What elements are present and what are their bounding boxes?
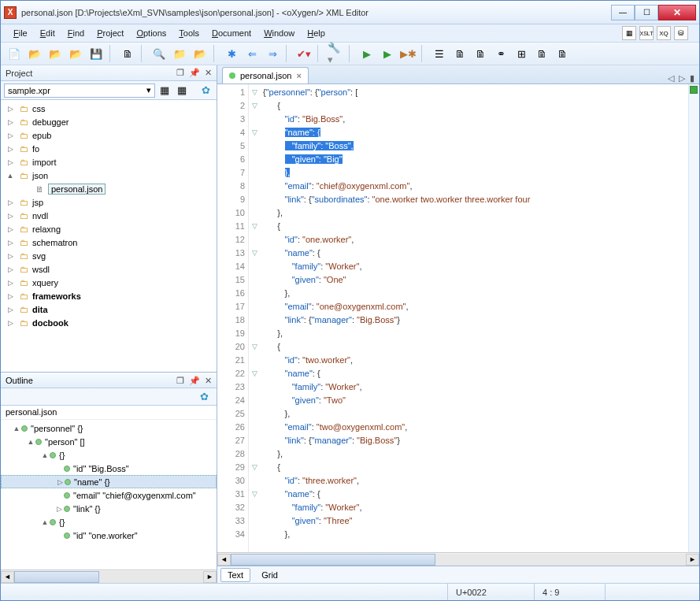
tree-item[interactable]: ▷🗀nvdl xyxy=(1,209,217,222)
xslt-icon[interactable]: XSLT xyxy=(639,26,654,40)
maximize-button[interactable]: ☐ xyxy=(635,5,658,20)
menu-edit[interactable]: Edit xyxy=(34,26,61,40)
outline-item[interactable]: ▷"link" {} xyxy=(1,502,217,515)
tab-list-icon[interactable]: ▮ xyxy=(690,73,694,83)
project-tree[interactable]: ▷🗀css▷🗀debugger▷🗀epub▷🗀fo▷🗀import▲🗀json🗎… xyxy=(1,100,217,373)
outline-panel-header: Outline ❐ 📌 ✕ xyxy=(1,373,217,388)
tab-next-icon[interactable]: ▷ xyxy=(679,73,685,83)
doc3-icon[interactable]: 🗎 xyxy=(533,45,550,62)
doc2-icon[interactable]: 🗎 xyxy=(472,45,489,62)
link-icon[interactable]: ⚭ xyxy=(492,45,509,62)
minimize-button[interactable]: — xyxy=(611,5,635,20)
outline-item[interactable]: "id" "Big.Boss" xyxy=(1,462,217,475)
outline-item[interactable]: ▲{} xyxy=(1,515,217,529)
tree-item[interactable]: ▲🗀json xyxy=(1,169,217,182)
menu-window[interactable]: Window xyxy=(257,26,301,40)
outline-item[interactable]: ▲"personnel" {} xyxy=(1,421,217,435)
open3-icon[interactable]: 📂 xyxy=(67,45,84,62)
run-icon[interactable]: ▶ xyxy=(358,45,376,62)
find-icon[interactable]: 📁 xyxy=(171,45,188,62)
validate-icon[interactable]: ✔▾ xyxy=(295,45,313,62)
window-title: personal.json [D:\Projects\eXml_SVN\samp… xyxy=(21,8,611,17)
tree-item[interactable]: ▷🗀jsp xyxy=(1,195,217,209)
outline-item[interactable]: "email" "chief@oxygenxml.com" xyxy=(1,488,217,502)
search-icon[interactable]: 🔍 xyxy=(150,45,168,62)
tree-item[interactable]: ▷🗀wsdl xyxy=(1,262,217,276)
menu-tools[interactable]: Tools xyxy=(172,26,206,40)
forward-icon[interactable]: ⇒ xyxy=(264,45,281,62)
insert-icon[interactable]: ✱ xyxy=(223,45,240,62)
tree-item[interactable]: ▷🗀frameworks xyxy=(1,289,217,302)
menu-project[interactable]: Project xyxy=(91,26,130,40)
open2-icon[interactable]: 📂 xyxy=(46,45,64,62)
menubar: FileEditFindProjectOptionsToolsDocumentW… xyxy=(1,24,699,42)
debug-icon[interactable]: ▶✱ xyxy=(399,45,417,62)
outline-gear-icon[interactable]: ✿ xyxy=(196,390,212,404)
outline-close-icon[interactable]: ✕ xyxy=(205,376,212,386)
editor-hscroll[interactable]: ◄► xyxy=(217,552,699,566)
tab-close-icon[interactable]: × xyxy=(296,71,301,80)
tree-item[interactable]: ▷🗀svg xyxy=(1,249,217,262)
tree-item[interactable]: ▷🗀relaxng xyxy=(1,222,217,236)
close-button[interactable]: ✕ xyxy=(658,5,696,20)
code-editor[interactable]: 1234567891011121314151617181920212223242… xyxy=(217,84,699,552)
find2-icon[interactable]: 📂 xyxy=(191,45,209,62)
tree-item[interactable]: ▷🗀fo xyxy=(1,142,217,155)
statusbar: U+0022 4 : 9 xyxy=(1,583,699,600)
menu-options[interactable]: Options xyxy=(130,26,172,40)
tree-icon[interactable]: ⊞ xyxy=(513,45,530,62)
outline-tree[interactable]: ▲"personnel" {}▲"person" []▲{}"id" "Big.… xyxy=(1,420,217,569)
tree-item[interactable]: ▷🗀dita xyxy=(1,302,217,316)
tree-item[interactable]: ▷🗀docbook xyxy=(1,316,217,329)
outline-pin-icon[interactable]: 📌 xyxy=(189,376,200,386)
project-btn2-icon[interactable]: ▦ xyxy=(174,83,190,98)
outline-item[interactable]: ▲"person" [] xyxy=(1,435,217,448)
perspective-icon[interactable]: ▦ xyxy=(622,26,636,40)
project-file-name: sample.xpr xyxy=(8,86,50,95)
run2-icon[interactable]: ▶ xyxy=(379,45,396,62)
editor-tab[interactable]: personal.json × xyxy=(222,67,309,83)
project-gear-icon[interactable]: ✿ xyxy=(198,83,213,98)
tree-item[interactable]: ▷🗀css xyxy=(1,102,217,115)
panel-pin-icon[interactable]: 📌 xyxy=(189,68,200,78)
transform-icon[interactable]: 🔧▾ xyxy=(327,45,344,62)
tab-prev-icon[interactable]: ◁ xyxy=(668,73,674,83)
tab-label: personal.json xyxy=(240,71,291,80)
outline-item[interactable]: "id" "one.worker" xyxy=(1,529,217,542)
mode-grid-tab[interactable]: Grid xyxy=(255,569,284,581)
tree-item[interactable]: ▷🗀import xyxy=(1,155,217,169)
menu-help[interactable]: Help xyxy=(301,26,331,40)
menu-file[interactable]: File xyxy=(7,26,34,40)
tab-status-icon xyxy=(229,72,235,79)
panel-close-icon[interactable]: ✕ xyxy=(205,68,212,78)
file-a-icon[interactable]: 🗎 xyxy=(119,45,136,62)
titlebar: X personal.json [D:\Projects\eXml_SVN\sa… xyxy=(1,1,699,24)
menu-document[interactable]: Document xyxy=(206,26,257,40)
tree-item[interactable]: ▷🗀debugger xyxy=(1,115,217,128)
xq-icon[interactable]: XQ xyxy=(657,26,671,40)
fold-gutter[interactable]: ▽▽ ▽ ▽ ▽ ▽ ▽ ▽ ▽ xyxy=(249,84,260,552)
menu-find[interactable]: Find xyxy=(61,26,91,40)
project-panel-header: Project ❐ 📌 ✕ xyxy=(1,65,217,81)
db-icon[interactable]: ⛁ xyxy=(674,26,688,40)
outline-restore-icon[interactable]: ❐ xyxy=(176,376,184,386)
tree-item[interactable]: ▷🗀xquery xyxy=(1,276,217,289)
panel-restore-icon[interactable]: ❐ xyxy=(176,68,184,78)
tree-item[interactable]: ▷🗀schematron xyxy=(1,236,217,249)
back-icon[interactable]: ⇐ xyxy=(243,45,261,62)
tree-item[interactable]: 🗎personal.json xyxy=(1,182,217,195)
outline-item[interactable]: ▷"name" {} xyxy=(1,475,217,488)
open-icon[interactable]: 📂 xyxy=(26,45,43,62)
project-file-combo[interactable]: sample.xpr ▾ xyxy=(4,83,155,98)
indent-icon[interactable]: ☰ xyxy=(431,45,448,62)
code-area[interactable]: {"personnel": {"person": [ { "id": "Big.… xyxy=(260,84,688,552)
doc4-icon[interactable]: 🗎 xyxy=(554,45,571,62)
outline-item[interactable]: ▲{} xyxy=(1,448,217,462)
doc1-icon[interactable]: 🗎 xyxy=(451,45,469,62)
project-btn1-icon[interactable]: ▦ xyxy=(157,83,172,98)
save-icon[interactable]: 💾 xyxy=(87,45,105,62)
new-icon[interactable]: 📄 xyxy=(6,45,23,62)
outline-hscroll[interactable]: ◄► xyxy=(1,569,217,583)
mode-text-tab[interactable]: Text xyxy=(220,568,250,582)
tree-item[interactable]: ▷🗀epub xyxy=(1,128,217,142)
